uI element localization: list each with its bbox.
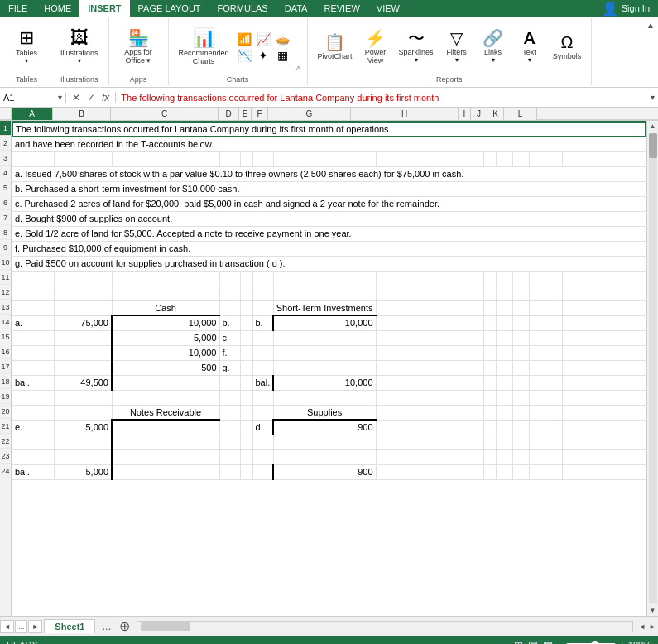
cell-b13[interactable] [54, 300, 112, 315]
h-scroll-left-button[interactable]: ◄ [636, 621, 647, 632]
cell-a10[interactable]: g. Paid $500 on account for supplies pur… [12, 256, 646, 271]
tab-insert[interactable]: INSERT [79, 0, 129, 17]
formula-dropdown-button[interactable]: ▾ [647, 93, 658, 102]
col-header-k[interactable]: K [487, 108, 504, 120]
ribbon-collapse-button[interactable]: ▲ [646, 20, 655, 30]
cell-a8[interactable]: e. Sold 1/2 acre of land for $5,000. Acc… [12, 226, 646, 241]
scatter-chart-button[interactable]: ✦ [255, 48, 272, 63]
col-header-i[interactable]: I [459, 108, 471, 120]
cell-d13[interactable] [219, 300, 240, 315]
cell-d17[interactable]: g. [219, 360, 240, 375]
col-header-l[interactable]: L [504, 108, 537, 120]
col-header-d[interactable]: D [219, 108, 239, 120]
v-scroll-up-button[interactable]: ▲ [648, 121, 658, 132]
col-header-a[interactable]: A [12, 108, 53, 120]
bar-chart-button[interactable]: 📶 [236, 31, 253, 46]
cell-f14[interactable]: b. [252, 315, 273, 330]
cell-a14[interactable]: a. [12, 315, 54, 330]
v-scroll-thumb[interactable] [649, 133, 657, 158]
cell-c18[interactable] [112, 375, 219, 390]
col-header-c[interactable]: C [111, 108, 219, 120]
cell-ref-input[interactable] [3, 93, 56, 103]
cell-b24[interactable]: 5,000 [54, 464, 112, 479]
cell-b14[interactable]: 75,000 [54, 315, 112, 330]
cell-c21[interactable] [112, 420, 219, 435]
text-button[interactable]: A Text ▾ [513, 28, 546, 65]
cell-f13[interactable] [252, 300, 273, 315]
sheet-tab-sheet1[interactable]: Sheet1 [44, 619, 95, 633]
formula-confirm-button[interactable]: ✓ [84, 92, 98, 103]
col-header-e[interactable]: E [239, 108, 252, 120]
tab-formulas[interactable]: FORMULAS [209, 0, 276, 17]
cell-c16[interactable]: 10,000 [112, 345, 219, 360]
pivotchart-button[interactable]: 📋 PivotChart [315, 32, 356, 62]
add-sheet-button[interactable]: ⊕ [116, 618, 133, 634]
cell-a7[interactable]: d. Bought $900 of supplies on account. [12, 211, 646, 226]
formula-cancel-button[interactable]: ✕ [70, 92, 83, 103]
cell-g24[interactable]: 900 [273, 464, 376, 479]
tab-home[interactable]: HOME [36, 0, 79, 17]
cell-a18[interactable]: bal. [12, 375, 54, 390]
tables-button[interactable]: ⊞ Tables ▾ [10, 27, 43, 66]
formula-function-button[interactable]: fx [99, 92, 112, 103]
horizontal-scrollbar[interactable] [137, 621, 633, 632]
sheet-nav-dots2[interactable]: ... [97, 620, 116, 632]
cell-a5[interactable]: b. Purchased a short-term investment for… [12, 181, 646, 196]
cell-g13[interactable]: Short-Term Investments [273, 300, 376, 315]
col-header-f[interactable]: F [252, 108, 268, 120]
sparklines-button[interactable]: 〜 Sparklines ▾ [396, 28, 437, 65]
cell-g14[interactable]: 10,000 [273, 315, 376, 330]
cell-a1[interactable]: The following transactions occurred for … [12, 122, 646, 137]
cell-d16[interactable]: f. [219, 345, 240, 360]
zoom-minus-button[interactable]: − [558, 640, 563, 644]
tab-data[interactable]: DATA [276, 0, 316, 17]
more-charts-button[interactable]: ▦ [274, 48, 291, 63]
view-normal-button[interactable]: ⊞ [514, 639, 523, 645]
zoom-plus-button[interactable]: + [619, 640, 624, 644]
cell-a6[interactable]: c. Purchased 2 acres of land for $20,000… [12, 196, 646, 211]
cell-a13[interactable] [12, 300, 54, 315]
vertical-scrollbar[interactable]: ▲ ▼ [646, 121, 658, 616]
links-button[interactable]: 🔗 Links ▾ [477, 28, 510, 65]
v-scroll-down-button[interactable]: ▼ [648, 605, 658, 616]
charts-expand-icon[interactable]: ↗ [295, 65, 300, 72]
cell-c17[interactable]: 500 [112, 360, 219, 375]
cell-g18[interactable]: 10,000 [273, 375, 376, 390]
cell-a21[interactable]: e. [12, 420, 54, 435]
cell-c20[interactable]: Notes Receivable [112, 405, 219, 420]
col-header-h[interactable]: H [351, 108, 459, 120]
cell-c14[interactable]: 10,000 [112, 315, 219, 330]
cell-g21[interactable]: 900 [273, 420, 376, 435]
filters-button[interactable]: ▽ Filters ▾ [440, 28, 473, 65]
area-chart-button[interactable]: 📉 [236, 48, 253, 63]
cell-c22[interactable] [112, 435, 219, 449]
cell-f21[interactable]: d. [252, 420, 273, 435]
cell-d14[interactable]: b. [219, 315, 240, 330]
recommended-charts-button[interactable]: 📊 RecommendedCharts [175, 27, 233, 67]
cell-ref-dropdown[interactable]: ▾ [58, 93, 62, 102]
pie-chart-button[interactable]: 🥧 [274, 31, 291, 46]
cell-a3[interactable] [12, 151, 54, 166]
cell-g20[interactable]: Supplies [273, 405, 376, 420]
cell-e13[interactable] [240, 300, 252, 315]
cell-a2[interactable]: and have been recorded in the T-accounts… [12, 137, 646, 151]
h-scroll-right-button[interactable]: ► [647, 621, 658, 632]
cell-c15[interactable]: 5,000 [112, 330, 219, 345]
sheet-nav-dots-button[interactable]: ... [15, 620, 28, 633]
view-page-button[interactable]: ▣ [528, 639, 538, 645]
cell-f18[interactable]: bal. [252, 375, 273, 390]
line-chart-button[interactable]: 📈 [255, 31, 272, 46]
tab-page-layout[interactable]: PAGE LAYOUT [130, 0, 209, 17]
col-header-j[interactable]: J [471, 108, 487, 120]
symbols-button[interactable]: Ω Symbols [550, 32, 585, 62]
apps-for-office-button[interactable]: 🏪 Apps forOffice ▾ [116, 28, 161, 66]
tab-file[interactable]: FILE [0, 0, 36, 17]
cell-c24[interactable] [112, 464, 219, 479]
view-layout-button[interactable]: ▦ [543, 639, 553, 645]
sign-in[interactable]: 👤 Sign In [593, 0, 658, 17]
cell-e14[interactable] [240, 315, 252, 330]
cell-b18[interactable]: 49,500 [54, 375, 112, 390]
power-view-button[interactable]: ⚡ PowerView [359, 28, 392, 66]
cell-b21[interactable]: 5,000 [54, 420, 112, 435]
cell-c23[interactable] [112, 449, 219, 464]
